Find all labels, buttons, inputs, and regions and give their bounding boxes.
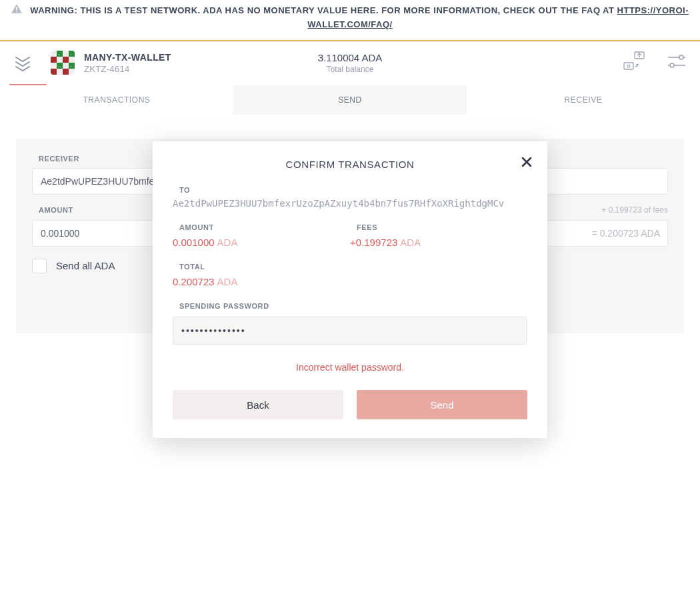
- modal-fees-value: +0.199723: [350, 237, 397, 248]
- back-button[interactable]: Back: [173, 390, 343, 419]
- password-label: SPENDING PASSWORD: [179, 302, 527, 310]
- modal-overlay: CONFIRM TRANSACTION TO Ae2tdPwUPEZ3HUU7b…: [0, 0, 700, 592]
- modal-fees-label: FEES: [357, 223, 527, 231]
- modal-total-label: TOTAL: [179, 263, 527, 271]
- close-icon[interactable]: [521, 156, 533, 171]
- modal-title: CONFIRM TRANSACTION: [173, 159, 527, 170]
- confirm-transaction-modal: CONFIRM TRANSACTION TO Ae2tdPwUPEZ3HUU7b…: [153, 141, 547, 438]
- password-error: Incorrect wallet password.: [173, 362, 527, 373]
- modal-fees-unit: ADA: [400, 237, 421, 248]
- modal-total-value: 0.200723: [173, 276, 215, 287]
- modal-amount-label: AMOUNT: [179, 223, 350, 231]
- modal-total-unit: ADA: [217, 276, 238, 287]
- to-address: Ae2tdPwUPEZ3HUU7bmfexrUzoZpAZxuyt4b4bn7f…: [173, 198, 527, 209]
- to-label: TO: [179, 186, 527, 194]
- modal-amount-value: 0.001000: [173, 237, 215, 248]
- password-input[interactable]: [173, 317, 527, 345]
- modal-amount-unit: ADA: [217, 237, 238, 248]
- send-button[interactable]: Send: [357, 390, 527, 419]
